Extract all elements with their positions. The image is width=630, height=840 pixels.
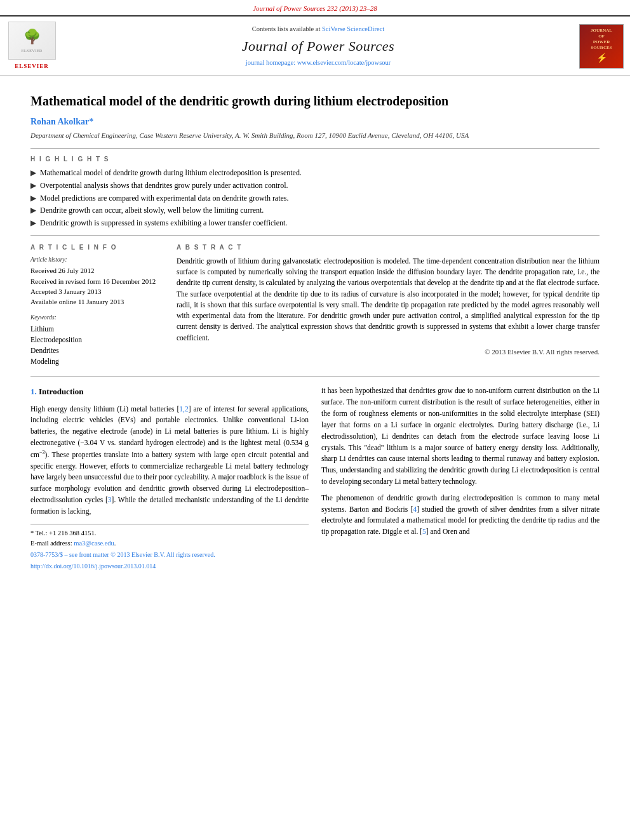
keywords-label: Keywords: — [30, 314, 164, 322]
elsevier-wordmark: ELSEVIER — [15, 62, 49, 70]
article-info-col: A R T I C L E I N F O Article history: R… — [30, 243, 164, 368]
logo-icon: ⚡ — [596, 52, 607, 65]
arrow-icon-3: ▶ — [30, 193, 36, 204]
body-columns: 1. Introduction High energy density lith… — [30, 385, 600, 571]
highlights-section: H I G H L I G H T S ▶ Mathematical model… — [30, 155, 600, 229]
abstract-text: Dendritic growth of lithium during galva… — [177, 256, 600, 343]
author-affiliation: Department of Chemical Engineering, Case… — [30, 131, 600, 140]
highlight-item-5: ▶ Dendritic growth is suppressed in syst… — [30, 218, 600, 229]
email-link[interactable]: ma3@case.edu — [74, 540, 114, 547]
author-name-text: Rohan Akolkar* — [30, 117, 93, 126]
content-area: Mathematical model of the dendritic grow… — [0, 76, 630, 581]
highlight-text-2: Overpotential analysis shows that dendri… — [40, 180, 288, 191]
highlight-text-1: Mathematical model of dendrite growth du… — [40, 168, 302, 178]
arrow-icon-5: ▶ — [30, 218, 36, 229]
keyword-3: Dendrites — [30, 345, 164, 356]
article-info-label: A R T I C L E I N F O — [30, 243, 164, 252]
highlights-label: H I G H L I G H T S — [30, 155, 600, 164]
body-text-col2: it has been hypothesized that dendrites … — [321, 385, 600, 487]
highlight-text-4: Dendrite growth can occur, albeit slowly… — [40, 205, 264, 216]
section-1-heading: 1. Introduction — [30, 385, 309, 398]
sciverse-line: Contents lists available at SciVerse Sci… — [65, 25, 572, 34]
arrow-icon-1: ▶ — [30, 168, 36, 178]
section-title: Introduction — [39, 387, 84, 396]
keyword-2: Electrodeposition — [30, 335, 164, 345]
ref-1[interactable]: 1,2 — [179, 405, 188, 413]
footnote-email: E-mail address: ma3@case.edu. — [30, 538, 309, 549]
copyright-line: © 2013 Elsevier B.V. All rights reserved… — [177, 347, 600, 357]
keyword-1: Lithium — [30, 324, 164, 334]
issn-line: 0378-7753/$ – see front matter © 2013 El… — [30, 550, 309, 560]
article-history: Article history: Received 26 July 2012 R… — [30, 256, 164, 307]
abstract-col: A B S T R A C T Dendritic growth of lith… — [177, 243, 600, 368]
journal-header-center: Contents lists available at SciVerse Sci… — [65, 25, 572, 67]
highlight-item-2: ▶ Overpotential analysis shows that dend… — [30, 180, 600, 191]
paper-title: Mathematical model of the dendritic grow… — [30, 93, 600, 109]
history-label: Article history: — [30, 256, 164, 264]
highlight-text-3: Model predictions are compared with expe… — [40, 193, 289, 204]
ref-4[interactable]: 4 — [413, 505, 417, 513]
elsevier-tagline: ELSEVIER — [21, 48, 42, 55]
body-text-col2-p2: The phenomenon of dendritic growth durin… — [321, 493, 600, 538]
journal-header: 🌳 ELSEVIER ELSEVIER Contents lists avail… — [0, 15, 630, 76]
highlight-item-1: ▶ Mathematical model of dendrite growth … — [30, 168, 600, 178]
author-name: Rohan Akolkar* — [30, 116, 600, 128]
body-text-col1: High energy density lithium (Li) metal b… — [30, 404, 309, 517]
highlight-item-4: ▶ Dendrite growth can occur, albeit slow… — [30, 205, 600, 216]
accepted-date: Accepted 3 January 2013 — [30, 287, 164, 297]
highlight-text-5: Dendritic growth is suppressed in system… — [40, 218, 287, 229]
abstract-label: A B S T R A C T — [177, 243, 600, 252]
received-date: Received 26 July 2012 — [30, 266, 164, 276]
tree-icon: 🌳 — [23, 27, 41, 47]
available-date: Available online 11 January 2013 — [30, 297, 164, 307]
journal-citation: Journal of Power Sources 232 (2013) 23–2… — [253, 4, 377, 12]
sciverse-link[interactable]: SciVerse ScienceDirect — [322, 25, 384, 32]
divider-2 — [30, 235, 600, 236]
ref-5[interactable]: 5 — [422, 528, 426, 535]
arrow-icon-2: ▶ — [30, 180, 36, 191]
arrow-icon-4: ▶ — [30, 205, 36, 216]
keywords-section: Keywords: Lithium Electrodeposition Dend… — [30, 314, 164, 367]
footnote-section: * Tel.: +1 216 368 4151. E-mail address:… — [30, 524, 309, 571]
body-col-left: 1. Introduction High energy density lith… — [30, 385, 309, 571]
journal-logo-right: JOURNALOFPOWERSOURCES ⚡ — [579, 24, 624, 69]
main-body: 1. Introduction High energy density lith… — [30, 385, 600, 571]
journal-title: Journal of Power Sources — [65, 37, 572, 57]
doi-line[interactable]: http://dx.doi.org/10.1016/j.jpowsour.201… — [30, 561, 309, 571]
divider-3 — [30, 376, 600, 377]
elsevier-logo-box: 🌳 ELSEVIER — [8, 22, 56, 60]
journal-homepage[interactable]: journal homepage: www.elsevier.com/locat… — [65, 58, 572, 68]
footnote-tel: * Tel.: +1 216 368 4151. — [30, 528, 309, 538]
elsevier-logo: 🌳 ELSEVIER ELSEVIER — [6, 22, 57, 70]
revised-text: Received in revised form 16 December 201… — [30, 277, 164, 286]
meta-columns: A R T I C L E I N F O Article history: R… — [30, 243, 600, 368]
keyword-4: Modeling — [30, 356, 164, 366]
ref-3[interactable]: 3 — [108, 496, 112, 503]
section-number: 1. — [30, 387, 37, 396]
journal-citation-bar: Journal of Power Sources 232 (2013) 23–2… — [0, 0, 630, 15]
highlight-item-3: ▶ Model predictions are compared with ex… — [30, 193, 600, 204]
body-col-right: it has been hypothesized that dendrites … — [321, 385, 600, 571]
divider-1 — [30, 148, 600, 149]
logo-text: JOURNALOFPOWERSOURCES — [591, 28, 612, 51]
